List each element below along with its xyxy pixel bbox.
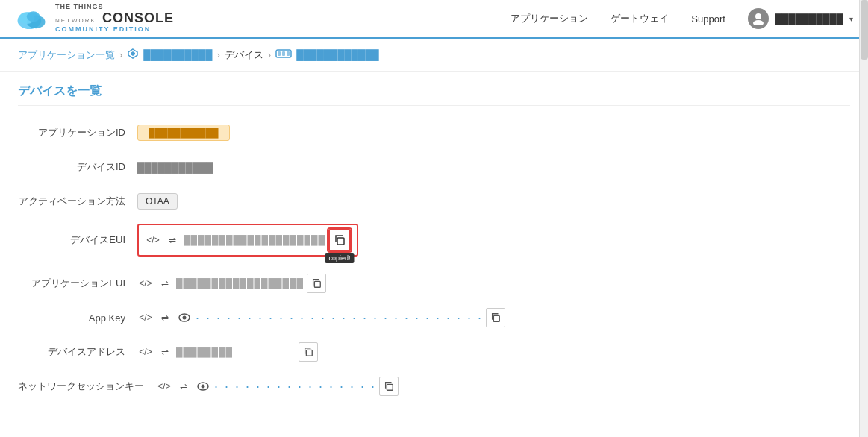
app-id-value: ███████████ <box>137 125 230 141</box>
svg-point-15 <box>183 316 187 320</box>
network-session-copy-btn[interactable] <box>379 377 399 396</box>
device-eui-code-btn[interactable]: </> <box>145 232 161 248</box>
breadcrumb-device-id[interactable]: ████████████ <box>296 49 379 60</box>
app-eui-swap-btn[interactable]: ⇌ <box>157 275 173 292</box>
logo-text: THE THINGS NETWORK CONSOLE COMMUNITY EDI… <box>55 4 174 34</box>
app-eui-copy-btn[interactable] <box>307 274 326 293</box>
network-session-swap-btn[interactable]: ⇌ <box>175 378 192 394</box>
network-session-code-btn[interactable]: </> <box>156 378 172 394</box>
device-id-row: デバイスID ███████████ <box>18 155 850 179</box>
device-addr-row: デバイスアドレス </> ⇌ ████████ <box>18 340 850 364</box>
nav-gateways[interactable]: ゲートウェイ <box>611 12 669 25</box>
svg-rect-12 <box>337 238 344 245</box>
logo-cloud-icon <box>15 6 48 31</box>
device-addr-value: ████████ <box>176 347 296 357</box>
app-key-code-btn[interactable]: </> <box>137 309 154 326</box>
breadcrumb-app-icon <box>127 48 139 62</box>
breadcrumb-sep-1: › <box>119 49 122 60</box>
app-eui-value: ██████████████████ <box>176 278 304 289</box>
activation-label: アクティベーション方法 <box>18 195 137 208</box>
app-eui-row: アプリケーションEUI </> ⇌ ██████████████████ <box>18 271 850 295</box>
header: THE THINGS NETWORK CONSOLE COMMUNITY EDI… <box>0 0 868 39</box>
avatar <box>748 8 769 29</box>
activation-row: アクティベーション方法 OTAA <box>18 189 850 213</box>
breadcrumb-devices-label: デバイス <box>225 48 263 62</box>
copy-icon <box>303 347 313 357</box>
device-eui-wrapper: </> ⇌ ████████████████████ copied! <box>137 224 358 257</box>
page-title: デバイスを一覧 <box>18 84 850 106</box>
app-eui-controls: </> ⇌ ██████████████████ <box>137 274 326 293</box>
svg-rect-20 <box>387 384 393 390</box>
copy-icon <box>384 381 394 392</box>
app-key-dots: · · · · · · · · · · · · · · · · · · · · … <box>196 311 483 324</box>
scrollbar[interactable] <box>859 0 868 421</box>
app-key-eye-btn[interactable] <box>176 309 193 326</box>
logo-network: NETWORK <box>55 18 96 25</box>
device-addr-copy-btn[interactable] <box>299 342 318 362</box>
copy-icon <box>490 312 501 323</box>
svg-marker-7 <box>131 51 135 56</box>
device-addr-swap-btn[interactable]: ⇌ <box>157 344 173 360</box>
eye-icon <box>197 382 209 391</box>
device-eui-value: ████████████████████ <box>184 235 325 245</box>
breadcrumb-apps-list[interactable]: アプリケーション一覧 <box>18 48 115 62</box>
device-addr-label: デバイスアドレス <box>18 345 137 359</box>
network-session-label: ネットワークセッションキー <box>18 380 156 393</box>
breadcrumb-app-id[interactable]: ██████████ <box>143 49 212 60</box>
device-addr-controls: </> ⇌ ████████ <box>137 342 318 362</box>
copy-icon <box>334 234 346 246</box>
app-eui-label: アプリケーションEUI <box>18 277 137 290</box>
svg-rect-10 <box>282 51 285 56</box>
app-eui-code-btn[interactable]: </> <box>137 275 154 292</box>
app-key-label: App Key <box>18 312 137 324</box>
main-content: デバイスを一覧 アプリケーションID ███████████ デバイスID ██… <box>0 72 868 421</box>
logo-main-text: CONSOLE <box>102 11 174 26</box>
svg-rect-11 <box>287 51 290 56</box>
app-key-row: App Key </> ⇌ · · · · · · · · · · · · · … <box>18 306 850 330</box>
eye-icon <box>178 313 190 322</box>
logo-sub-text: COMMUNITY EDITION <box>55 26 174 34</box>
svg-rect-13 <box>314 281 320 287</box>
svg-rect-16 <box>493 315 499 321</box>
app-key-swap-btn[interactable]: ⇌ <box>157 309 173 326</box>
device-eui-row: デバイスEUI </> ⇌ ████████████████████ copie… <box>18 224 850 257</box>
copy-icon <box>311 278 322 289</box>
user-icon <box>752 12 765 25</box>
app-key-copy-btn[interactable] <box>486 308 505 327</box>
device-id-label: デバイスID <box>18 160 137 174</box>
breadcrumb: アプリケーション一覧 › ██████████ › デバイス › ███████… <box>0 39 868 72</box>
breadcrumb-sep-2: › <box>216 49 219 60</box>
nav-apps[interactable]: アプリケーション <box>511 12 588 25</box>
svg-rect-9 <box>278 51 281 56</box>
network-session-row: ネットワークセッションキー </> ⇌ · · · · · · · · · · … <box>18 374 850 398</box>
scrollbar-thumb[interactable] <box>861 0 868 60</box>
user-name: ██████████ <box>775 13 843 25</box>
network-session-controls: </> ⇌ · · · · · · · · · · · · · · · · <box>156 377 399 396</box>
device-eui-copy-btn[interactable]: copied! <box>328 229 351 251</box>
network-session-dots: · · · · · · · · · · · · · · · · <box>214 380 376 393</box>
device-id-value: ███████████ <box>137 162 213 173</box>
copied-badge: copied! <box>325 253 355 263</box>
svg-point-4 <box>755 13 761 19</box>
network-session-eye-btn[interactable] <box>195 378 211 394</box>
header-user[interactable]: ██████████ ▾ <box>748 8 853 29</box>
svg-point-5 <box>753 20 764 25</box>
svg-point-19 <box>202 385 205 389</box>
svg-rect-17 <box>306 350 312 356</box>
app-id-row: アプリケーションID ███████████ <box>18 121 850 145</box>
device-eui-label: デバイスEUI <box>18 233 137 247</box>
app-id-label: アプリケーションID <box>18 126 137 139</box>
activation-value: OTAA <box>137 193 178 210</box>
header-left: THE THINGS NETWORK CONSOLE COMMUNITY EDI… <box>15 4 174 34</box>
header-nav: アプリケーション ゲートウェイ Support ██████████ ▾ <box>511 8 853 29</box>
nav-support[interactable]: Support <box>691 13 725 25</box>
device-addr-code-btn[interactable]: </> <box>137 344 154 360</box>
svg-point-3 <box>27 11 40 22</box>
breadcrumb-device-icon <box>275 48 292 61</box>
breadcrumb-sep-3: › <box>268 49 271 60</box>
app-key-controls: </> ⇌ · · · · · · · · · · · · · · · · · … <box>137 308 505 327</box>
chevron-down-icon: ▾ <box>849 15 853 23</box>
device-eui-swap-btn[interactable]: ⇌ <box>164 232 181 248</box>
